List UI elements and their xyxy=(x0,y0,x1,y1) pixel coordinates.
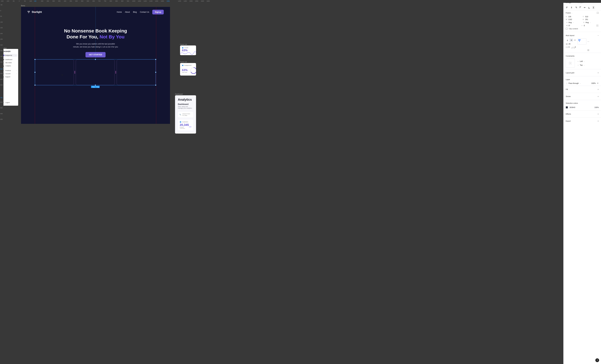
customers-value: 20,345 xyxy=(180,123,189,127)
size-w-mode[interactable]: ⇿Hug⌄ xyxy=(566,21,582,23)
horizontal-ruler[interactable]: -150-100-5005010013920025030035040045050… xyxy=(0,0,601,3)
workspace-dropdown[interactable]: DesignerUp ⌄ xyxy=(2,54,17,57)
h-field[interactable]: H251 xyxy=(583,19,599,20)
color-hex[interactable]: 303643 xyxy=(570,107,575,108)
direction-wrap-button[interactable] xyxy=(573,39,577,42)
constraints-section-header: Constraints xyxy=(563,54,601,58)
autolayout-more-button[interactable]: ⋯ xyxy=(587,40,589,43)
constraints-diagram[interactable]: + xyxy=(566,59,575,68)
sidebar-item-products[interactable]: ◇Products› xyxy=(2,69,17,72)
gap-indicator-1[interactable] xyxy=(75,71,75,74)
distribute-button[interactable] xyxy=(591,6,595,10)
dashboard-search[interactable]: 🔍 Search here for data xyxy=(178,112,193,118)
sidebar-component[interactable]: DASHER DesignerUp ⌄ ▦Dashboard ▭Site Edi… xyxy=(1,49,18,106)
add-fill-button[interactable]: + xyxy=(598,88,599,91)
sidebar-item-dashboard[interactable]: ▦Dashboard xyxy=(2,58,17,61)
visibility-icon[interactable]: 👁 xyxy=(597,82,599,84)
sidebar-item-account[interactable]: ◯Account› xyxy=(2,72,17,75)
sidebar-item-analytics[interactable]: ◒Analytics xyxy=(2,64,17,67)
dashboard-frame[interactable]: Analytics Dashboard View, setup and mana… xyxy=(175,95,196,134)
add-effect-button[interactable]: + xyxy=(598,113,599,115)
frame-119[interactable]: 👥Growth 63% xyxy=(180,45,196,55)
resize-handle-lm[interactable] xyxy=(34,72,35,73)
design-panel[interactable]: Design Prototype Frame⌄ X139 Y510 W1162 … xyxy=(563,0,601,364)
chevron-down-icon: ⌄ xyxy=(584,61,585,62)
constraint-h-field[interactable]: ↔Left⌄ xyxy=(577,60,585,62)
vresize-icon: ⇳ xyxy=(583,21,585,23)
resize-to-fit-icon[interactable] xyxy=(597,12,599,14)
align-right-button[interactable] xyxy=(574,6,578,10)
remove-autolayout-button[interactable]: − xyxy=(598,34,599,37)
selected-frame[interactable]: Hug × Hug xyxy=(35,59,156,85)
selection-color-row[interactable]: 303643 100% xyxy=(563,105,601,109)
add-export-button[interactable]: + xyxy=(598,120,599,122)
nav-home[interactable]: Home xyxy=(117,11,122,13)
frame-label-119[interactable]: Frame 119 xyxy=(180,44,187,45)
sidebar-item-site-editor[interactable]: ▭Site Editor xyxy=(2,61,17,64)
blend-mode-field[interactable]: ◌Pass through⌄ xyxy=(566,82,590,84)
resize-handle-br[interactable] xyxy=(155,85,156,86)
add-stroke-button[interactable]: + xyxy=(598,95,599,98)
selected-child-2[interactable] xyxy=(76,59,115,85)
dashboard-title: Analytics xyxy=(178,98,193,101)
nav-about[interactable]: About xyxy=(125,11,130,13)
checkbox-icon xyxy=(566,28,568,30)
direction-vertical-button[interactable] xyxy=(566,39,569,42)
padding-h-field[interactable]: |□|0 xyxy=(566,46,571,48)
align-hcenter-button[interactable] xyxy=(570,6,573,10)
frame-label-bento[interactable]: Bento xyxy=(21,5,25,7)
export-section-header: Export+ xyxy=(563,118,601,124)
hero-line2-prefix: Done For You, xyxy=(67,34,100,39)
vertical-ruler[interactable]: -500501001502002503003504004505105506006… xyxy=(0,3,3,364)
sidebar-item-logout[interactable]: ⇤Logout xyxy=(2,101,17,104)
customers-table[interactable]: NameEmail Jennifer jennifer xyxy=(178,133,193,134)
alignment-toolbar xyxy=(563,5,601,10)
frame-118[interactable]: 👥Engagement 63% Open Rate xyxy=(180,63,196,76)
signup-button[interactable]: Signup xyxy=(152,10,164,14)
padding-v-field[interactable]: ▁□▁0 xyxy=(572,46,577,48)
independent-padding-icon[interactable] xyxy=(587,49,589,51)
direction-horizontal-button[interactable] xyxy=(570,39,573,42)
y-field[interactable]: Y510 xyxy=(583,16,599,18)
color-swatch[interactable] xyxy=(566,106,568,108)
align-vcenter-button[interactable] xyxy=(583,6,587,10)
logo[interactable]: Starlight xyxy=(27,11,42,13)
align-bottom-button[interactable] xyxy=(587,6,591,10)
align-top-button[interactable] xyxy=(578,6,582,10)
resize-handle-rm[interactable] xyxy=(155,72,156,73)
add-layoutgrid-button[interactable]: + xyxy=(598,71,599,74)
gap-indicator-2[interactable] xyxy=(116,71,116,74)
corner-field[interactable]: ⌐0 xyxy=(581,24,595,27)
help-button[interactable]: ? xyxy=(595,358,599,362)
selected-child-1[interactable] xyxy=(35,59,74,85)
bento-frame[interactable]: Starlight Home About Blog Contact Us Sig… xyxy=(21,7,170,124)
resize-handle-bm[interactable] xyxy=(95,85,96,86)
align-left-button[interactable] xyxy=(565,6,569,10)
nav-blog[interactable]: Blog xyxy=(133,11,137,13)
x-field[interactable]: X139 xyxy=(566,16,582,18)
resize-handle-bl[interactable] xyxy=(34,85,35,86)
clip-content-toggle[interactable]: Clip content xyxy=(563,27,601,31)
w-field[interactable]: W1162 xyxy=(566,19,582,20)
resize-handle-tr[interactable] xyxy=(155,59,156,60)
nav-contact[interactable]: Contact Us xyxy=(140,11,149,13)
frame-label-dashboard[interactable]: Dashboard xyxy=(175,93,183,95)
opacity-field[interactable]: 100% xyxy=(591,82,596,84)
canvas[interactable]: -150-100-5005010013920025030035040045050… xyxy=(0,0,601,364)
rotation-field[interactable]: ⟲0° xyxy=(566,24,580,27)
size-h-mode[interactable]: ⇳Hug⌄ xyxy=(583,21,599,23)
alignment-box[interactable] xyxy=(578,39,586,45)
color-opacity[interactable]: 100% xyxy=(594,107,599,108)
chevron-right-icon: › xyxy=(16,73,17,74)
frame-label-118[interactable]: Frame 118 xyxy=(180,61,187,63)
bar-chart-icon xyxy=(189,125,191,129)
gap-field[interactable]: ]‖[20 xyxy=(566,43,577,45)
constraint-v-field[interactable]: ↕Top⌄ xyxy=(577,64,585,66)
resize-handle-tl[interactable] xyxy=(34,59,35,60)
independent-corners-icon[interactable] xyxy=(596,24,599,27)
customers-card[interactable]: 👥Customers 20,345 Existing Customers xyxy=(178,120,193,130)
selected-child-3[interactable] xyxy=(117,59,156,85)
resize-handle-tm[interactable] xyxy=(95,59,96,60)
frame-section-header[interactable]: Frame⌄ xyxy=(563,10,601,15)
sidebar-item-support[interactable]: ◎Support xyxy=(2,75,17,78)
